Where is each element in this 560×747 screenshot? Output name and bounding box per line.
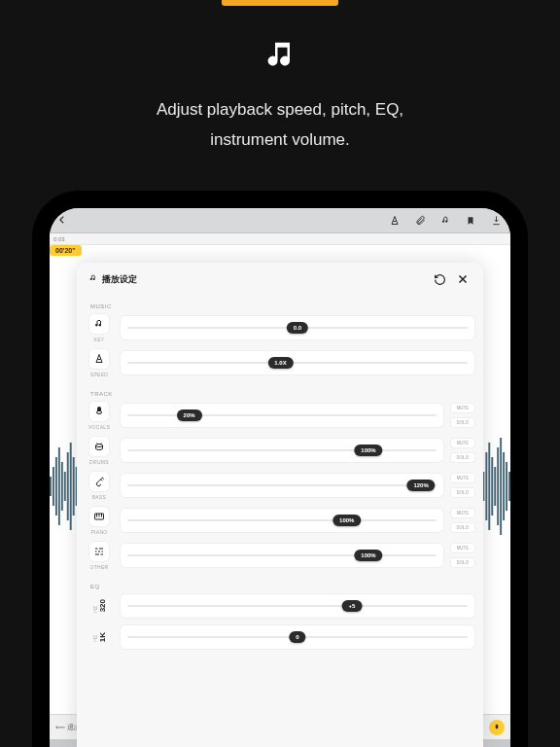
svg-rect-6 <box>67 452 69 520</box>
svg-rect-1 <box>52 467 54 506</box>
bass-solo[interactable]: SOLO <box>450 487 475 498</box>
key-icon <box>88 313 110 335</box>
panel-header: 播放设定 <box>77 263 483 296</box>
svg-rect-0 <box>50 477 52 496</box>
row-bass: BASS 120% MUTE SOLO <box>85 471 475 500</box>
device-frame: 0:03 00'20" ⟸ 退出 00:03 04:14 <box>32 191 528 747</box>
panel-title: 播放设定 <box>102 273 137 286</box>
speed-icon <box>88 348 110 370</box>
row-eq-320: HZ 320 +5 <box>85 593 475 619</box>
speed-slider[interactable]: 1.0X <box>120 350 475 375</box>
record-fab[interactable] <box>489 720 505 735</box>
drums-icon <box>88 436 110 457</box>
piano-solo[interactable]: SOLO <box>450 522 475 533</box>
section-eq: EQ <box>85 576 475 593</box>
close-button[interactable] <box>454 270 472 288</box>
svg-rect-33 <box>99 514 100 517</box>
app-screen: 0:03 00'20" ⟸ 退出 00:03 04:14 <box>50 208 510 747</box>
svg-rect-7 <box>70 443 72 530</box>
download-icon[interactable] <box>489 214 503 228</box>
svg-rect-3 <box>58 447 60 525</box>
section-track: TRACK <box>85 383 475 401</box>
timeline-ruler: 0:03 <box>50 233 510 245</box>
svg-rect-22 <box>488 443 490 530</box>
eq-1K-slider[interactable]: 0 <box>120 624 475 650</box>
vocals-slider[interactable]: 20% <box>120 403 444 428</box>
vocals-value[interactable]: 20% <box>177 409 202 421</box>
drums-solo[interactable]: SOLO <box>450 452 475 463</box>
svg-rect-32 <box>96 514 97 517</box>
piano-value[interactable]: 100% <box>332 515 361 526</box>
metronome-icon[interactable] <box>388 214 402 228</box>
svg-rect-2 <box>55 457 57 516</box>
row-drums: DRUMS 100% MUTE SOLO <box>85 436 475 465</box>
piano-icon <box>88 506 110 527</box>
speed-label: SPEED <box>90 372 108 377</box>
other-mute[interactable]: MUTE <box>450 543 475 553</box>
piano-slider[interactable]: 100% <box>120 508 444 533</box>
vocals-label: VOCALS <box>88 424 110 430</box>
svg-point-30 <box>96 445 103 447</box>
svg-rect-5 <box>64 472 66 501</box>
svg-rect-4 <box>61 462 63 511</box>
bookmark-icon[interactable] <box>464 214 477 228</box>
svg-rect-8 <box>73 457 75 516</box>
row-key: KEY 0.0 <box>85 313 475 342</box>
eq-freq-1K: 1K <box>99 632 107 642</box>
other-icon <box>88 541 110 562</box>
svg-rect-21 <box>485 452 487 520</box>
eq-hz-label: HZ <box>92 635 98 642</box>
section-music: MUSIC <box>85 296 475 313</box>
row-vocals: VOCALS 20% MUTE SOLO <box>85 401 475 430</box>
piano-mute[interactable]: MUTE <box>450 508 475 518</box>
svg-rect-34 <box>101 514 102 517</box>
hero-text-line1: Adjust playback speed, pitch, EQ, <box>39 95 521 125</box>
drums-value[interactable]: 100% <box>354 445 382 456</box>
row-other: OTHER 100% MUTE SOLO <box>85 541 475 570</box>
bass-label: BASS <box>92 494 107 500</box>
svg-rect-24 <box>494 467 496 506</box>
back-button[interactable] <box>57 215 67 227</box>
music-note-icon <box>265 39 295 68</box>
key-value[interactable]: 0.0 <box>287 322 308 334</box>
music-note-icon <box>88 273 98 285</box>
svg-rect-29 <box>508 472 510 501</box>
vocals-icon <box>88 401 110 422</box>
row-piano: PIANO 100% MUTE SOLO <box>85 506 475 535</box>
music-icon[interactable] <box>438 214 452 228</box>
drums-slider[interactable]: 100% <box>120 438 444 463</box>
drums-mute[interactable]: MUTE <box>450 438 475 448</box>
eq-hz-label: HZ <box>92 606 98 613</box>
other-value[interactable]: 100% <box>354 550 382 561</box>
bass-slider[interactable]: 120% <box>120 473 444 498</box>
speed-value[interactable]: 1.0X <box>267 357 293 369</box>
key-label: KEY <box>94 337 105 342</box>
bass-icon <box>88 471 110 492</box>
svg-rect-26 <box>500 438 502 535</box>
eq-1K-value[interactable]: 0 <box>289 631 305 643</box>
svg-rect-28 <box>506 462 508 511</box>
svg-rect-25 <box>497 447 499 525</box>
bass-value[interactable]: 120% <box>406 480 435 491</box>
row-eq-1K: HZ 1K 0 <box>85 624 475 650</box>
piano-label: PIANO <box>90 529 107 535</box>
vocals-solo[interactable]: SOLO <box>450 417 475 428</box>
key-slider[interactable]: 0.0 <box>120 315 475 340</box>
other-solo[interactable]: SOLO <box>450 557 475 568</box>
vocals-mute[interactable]: MUTE <box>450 403 475 413</box>
eq-320-value[interactable]: +5 <box>342 600 363 612</box>
svg-rect-27 <box>503 452 505 520</box>
eq-freq-320: 320 <box>99 599 107 612</box>
hero-text-line2: instrument volume. <box>39 125 521 156</box>
row-speed: SPEED 1.0X <box>85 348 475 377</box>
bass-mute[interactable]: MUTE <box>450 473 475 483</box>
other-label: OTHER <box>90 564 109 570</box>
hero: Adjust playback speed, pitch, EQ, instru… <box>0 6 560 172</box>
eq-320-slider[interactable]: +5 <box>120 593 475 619</box>
drums-label: DRUMS <box>89 459 109 465</box>
other-slider[interactable]: 100% <box>120 543 444 568</box>
attachment-icon[interactable] <box>413 214 427 228</box>
time-marker[interactable]: 00'20" <box>50 245 82 256</box>
playback-settings-panel: 播放设定 MUSIC KEY 0.0 <box>77 263 483 747</box>
reset-button[interactable] <box>431 270 448 288</box>
